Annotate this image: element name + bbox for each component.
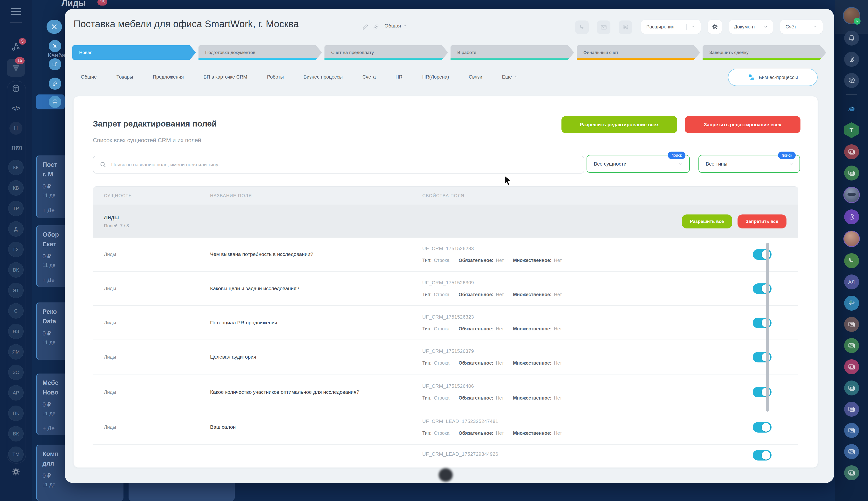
woman-avatar[interactable] [844, 231, 860, 247]
sidebar-avatar-1[interactable]: КК [8, 160, 24, 175]
sidebar-avatar-10[interactable]: ЯМ [8, 344, 24, 360]
crm-counter-badge: 5 [19, 38, 26, 45]
app-monogram-h[interactable]: H [9, 122, 22, 135]
field-prop-line: Тип:СтрокаОбязательное:НетМножественное:… [422, 292, 753, 297]
group-deny-all-button[interactable]: Запретить все [738, 214, 786, 228]
slider-print-button[interactable] [49, 96, 61, 108]
tab-3[interactable]: Предложения [153, 74, 184, 80]
pipeline-stage-2[interactable]: Подготовка документов [198, 45, 322, 60]
sidebar-avatar-4[interactable]: Д [8, 221, 24, 237]
tab-5[interactable]: Роботы [267, 74, 284, 80]
sidebar-avatar-14[interactable]: ВК [8, 426, 24, 441]
modal-scrollbar[interactable] [766, 243, 769, 412]
type-filter-select[interactable]: поиск Все типы [699, 155, 800, 173]
contacts-app-green[interactable] [844, 166, 859, 181]
entity-filter-select[interactable]: поиск Все сущности [587, 155, 690, 173]
entity-group-row: Лиды Полей: 7 / 8 Разрешить все Запретит… [93, 205, 798, 238]
field-code: UF_CRM_1751526323 [422, 314, 753, 320]
telephony-app[interactable] [844, 253, 859, 268]
hamburger-menu-icon[interactable] [11, 8, 21, 15]
pipeline-selector[interactable]: Общая [385, 23, 407, 30]
robot-avatar[interactable] [844, 187, 860, 203]
sidebar-avatar-13[interactable]: ПК [8, 406, 24, 421]
tab-7[interactable]: Счета [363, 74, 376, 80]
call-button[interactable] [575, 21, 589, 34]
notifications-bell[interactable] [844, 31, 859, 45]
deny-all-button[interactable]: Запретить редактирование всех [685, 116, 801, 133]
copilot-purple[interactable] [844, 210, 859, 224]
contacts-app-3[interactable] [844, 359, 859, 374]
field-prop-line: Тип:СтрокаОбязательное:НетМножественное:… [422, 360, 753, 366]
slider-collapse-button[interactable] [49, 40, 61, 52]
prop-label: Тип: [422, 360, 431, 366]
contacts-app-6[interactable] [844, 423, 859, 438]
field-search [93, 156, 584, 173]
code-app-icon[interactable]: </> [0, 105, 32, 112]
contacts-app-1[interactable] [844, 317, 859, 332]
tab-4[interactable]: БП в карточке CRM [203, 74, 247, 80]
sidebar-avatar-12[interactable]: АР [8, 385, 24, 401]
sidebar-avatar-5[interactable]: Г2 [8, 242, 24, 257]
copilot[interactable] [844, 52, 859, 67]
crm-icon[interactable] [11, 42, 21, 52]
field-edit-toggle[interactable] [753, 450, 772, 460]
sidebar-avatar-3[interactable]: ТР [8, 201, 24, 216]
allow-all-button[interactable]: Разрешить редактирование всех [562, 116, 677, 133]
sidebar-avatar-6[interactable]: ВК [8, 262, 24, 278]
edit-title-pencil-icon[interactable] [362, 23, 369, 31]
tab-more[interactable]: Еще [502, 74, 518, 80]
contacts-app-7[interactable] [844, 444, 859, 459]
sidebar-avatar-7[interactable]: ЯТ [8, 283, 24, 298]
tab-9[interactable]: HR(Лорена) [422, 74, 449, 80]
pipeline-stage-5[interactable]: Финальный счёт [577, 45, 700, 60]
tab-1[interactable]: Общие [81, 74, 97, 80]
hexagon-t-app[interactable]: T [844, 122, 859, 138]
tab-10[interactable]: Связи [469, 74, 482, 80]
settings-button[interactable] [708, 20, 722, 34]
slider-copy-link-button[interactable] [49, 78, 61, 90]
helper-blob[interactable] [439, 468, 453, 482]
pipeline-stage-3[interactable]: Счёт на предоплату [324, 45, 448, 60]
business-process-button[interactable]: Бизнес-процессы [728, 69, 818, 86]
tab-2[interactable]: Товары [116, 74, 133, 80]
prop-label: Обязательное: [459, 292, 493, 297]
pipeline-stage-4[interactable]: В работе [450, 45, 574, 60]
sidebar-avatar-2[interactable]: КВ [8, 180, 24, 196]
document-label: Документ [734, 24, 755, 30]
mascot-app[interactable] [844, 101, 859, 116]
chat-button[interactable] [619, 21, 632, 34]
contacts-app-8[interactable] [844, 465, 859, 480]
contacts-app-4[interactable] [844, 381, 859, 395]
slider-close-button[interactable] [46, 20, 62, 34]
app-monogram-mm[interactable]: mm [0, 143, 32, 152]
funnel-icon[interactable] [11, 63, 21, 73]
sidebar-divider [846, 94, 857, 95]
contacts-app-red[interactable] [844, 145, 859, 159]
sidebar-avatar-15[interactable]: ТМ [8, 447, 24, 462]
contacts-app-2[interactable] [844, 338, 859, 353]
copy-link-icon[interactable] [373, 23, 380, 31]
market-cube-icon[interactable] [11, 84, 21, 93]
settings-gear-icon[interactable] [11, 467, 21, 477]
pipeline-stage-1[interactable]: Новая [72, 45, 196, 60]
group-allow-all-button[interactable]: Разрешить все [682, 214, 732, 228]
pipeline-stage-6[interactable]: Завершить сделку [702, 45, 826, 60]
field-edit-toggle[interactable] [753, 422, 772, 433]
slider-open-new-button[interactable] [49, 58, 61, 70]
sidebar-avatar-8[interactable]: С [8, 303, 24, 319]
document-button[interactable]: Документ [729, 20, 773, 34]
extensions-button[interactable]: Расширения [641, 20, 701, 34]
sidebar-avatar-11[interactable]: ЗС [8, 365, 24, 380]
invoice-button[interactable]: Счёт [780, 20, 823, 34]
chat-transfer[interactable] [844, 73, 859, 88]
printer-icon [52, 99, 58, 105]
tab-8[interactable]: HR [396, 74, 402, 80]
email-button[interactable] [597, 21, 610, 34]
search-input[interactable] [111, 161, 584, 168]
tab-6[interactable]: Бизнес-процессы [304, 74, 343, 80]
user-avatar[interactable] [843, 7, 860, 24]
sidebar-avatar-9[interactable]: НЗ [8, 324, 24, 339]
contacts-app-5[interactable] [844, 402, 859, 417]
monogram-al[interactable]: АЛ [844, 275, 859, 289]
openlines-chat[interactable] [844, 296, 859, 311]
